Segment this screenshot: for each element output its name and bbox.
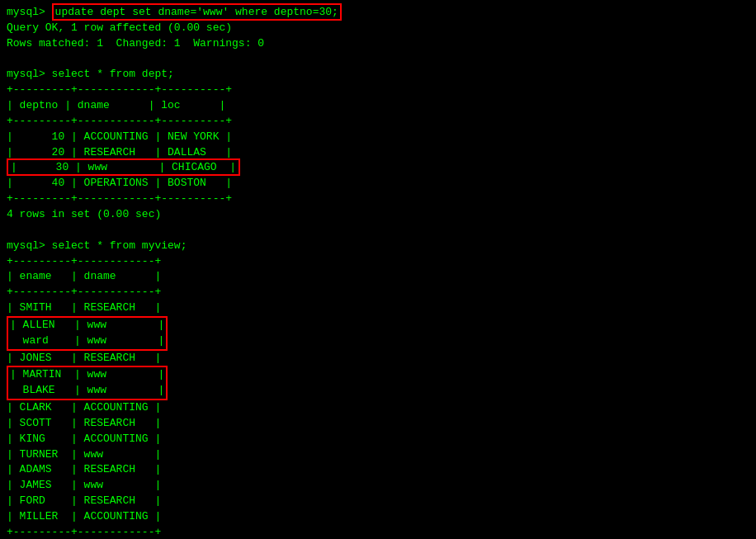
terminal: mysql> update dept set dname='www' where… [7, 5, 749, 539]
dept-rows-count: 4 rows in set (0.00 sec) [7, 207, 749, 223]
dept-row-40: | 40 | OPERATIONS | BOSTON | [7, 176, 749, 191]
dept-border2: +---------+------------+----------+ [7, 114, 749, 130]
view-scott: | SCOTT | RESEARCH | [7, 416, 749, 432]
dept-border1: +---------+------------+----------+ [7, 83, 749, 98]
dept-header: | deptno | dname | loc | [7, 98, 749, 114]
view-smith: | SMITH | RESEARCH | [7, 300, 749, 316]
cmd-select-view-line: mysql> select * from myview; [7, 239, 749, 254]
view-martin: | MARTIN | www | [10, 367, 164, 383]
view-border1: +---------+------------+ [7, 254, 749, 270]
cmd-select-dept-line: mysql> select * from dept; [7, 67, 749, 83]
dept-row-30: | 30 | www | CHICAGO | [7, 160, 749, 176]
view-border3: +---------+------------+ [7, 525, 749, 539]
rows-matched-line: Rows matched: 1 Changed: 1 Warnings: 0 [7, 36, 749, 52]
view-turner: | TURNER | www | [7, 447, 749, 463]
view-james: | JAMES | www | [7, 478, 749, 494]
cmd-update-line: mysql> update dept set dname='www' where… [7, 5, 749, 21]
view-allen: | ALLEN | www | [10, 318, 164, 333]
view-header: | ename | dname | [7, 269, 749, 285]
dept-row-30-highlight: | 30 | www | CHICAGO | [7, 158, 240, 176]
view-jones: | JONES | RESEARCH | [7, 351, 749, 366]
blank1 [7, 52, 749, 68]
view-adams: | ADAMS | RESEARCH | [7, 462, 749, 478]
view-clark: | CLARK | ACCOUNTING | [7, 400, 749, 416]
allen-ward-highlight: | ALLEN | www | ward | www | [7, 316, 168, 351]
view-ford: | FORD | RESEARCH | [7, 494, 749, 509]
view-king: | KING | ACCOUNTING | [7, 432, 749, 447]
update-command-highlight: update dept set dname='www' where deptno… [52, 3, 342, 21]
dept-border3: +---------+------------+----------+ [7, 191, 749, 207]
dept-row-10: | 10 | ACCOUNTING | NEW YORK | [7, 130, 749, 145]
view-blake: BLAKE | www | [10, 383, 164, 399]
martin-blake-highlight: | MARTIN | www | BLAKE | www | [7, 366, 168, 400]
view-border2: +---------+------------+ [7, 285, 749, 300]
view-miller: | MILLER | ACCOUNTING | [7, 509, 749, 525]
blank2 [7, 223, 749, 239]
query-ok-line: Query OK, 1 row affected (0.00 sec) [7, 21, 749, 36]
view-ward: ward | www | [10, 333, 164, 349]
